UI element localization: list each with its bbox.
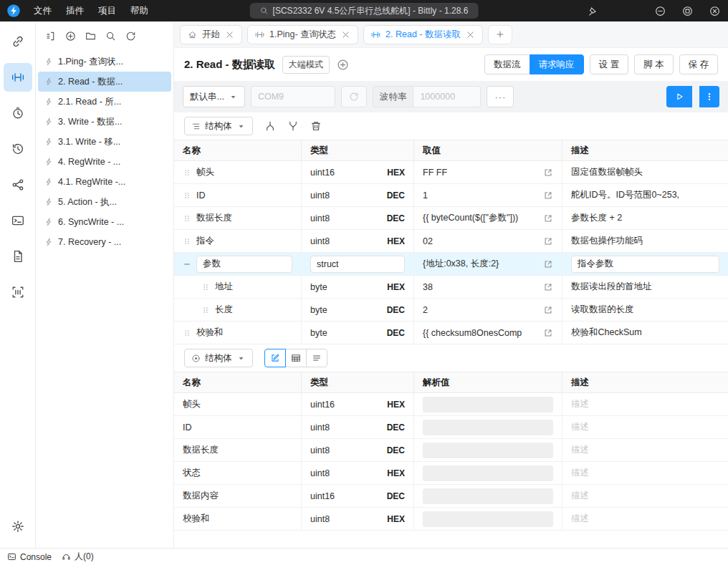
directive-item[interactable]: 3. Write - 数据... — [38, 112, 171, 132]
directive-item[interactable]: 2.1. Read - 所... — [38, 92, 171, 112]
action-button[interactable]: 脚 本 — [634, 54, 673, 74]
field-name[interactable]: 校验和 — [196, 327, 224, 339]
add-button[interactable] — [337, 59, 349, 71]
action-button[interactable]: 数据流 — [484, 54, 530, 74]
refresh-ports-button[interactable] — [341, 86, 367, 107]
fork-fields-button[interactable] — [264, 120, 276, 132]
field-name[interactable]: 地址 — [215, 281, 233, 293]
field-desc-cell[interactable]: 指令参数 — [562, 253, 728, 275]
field-format[interactable]: DEC — [387, 328, 405, 338]
request-field-row[interactable]: 参数struct{地址:0x38, 长度:2}指令参数 — [174, 253, 728, 276]
activity-item-link[interactable] — [4, 27, 32, 56]
field-name[interactable]: 数据长度 — [196, 212, 232, 224]
field-value-cell[interactable]: 1 — [414, 184, 562, 206]
tab[interactable]: 开始 — [180, 25, 242, 44]
activity-item-directive[interactable] — [4, 63, 32, 92]
field-desc-cell[interactable]: 读取数据的长度 — [562, 299, 728, 321]
request-field-row[interactable]: IDuint8DEC1舵机ID号。ID号范围0~253, — [174, 184, 728, 207]
directive-item[interactable]: 7. Recovery - ... — [38, 232, 171, 252]
edit-view-button[interactable] — [264, 349, 286, 367]
voice-room-status[interactable]: 人(0) — [62, 551, 94, 563]
field-desc-cell[interactable]: 参数长度 + 2 — [562, 207, 728, 229]
action-button[interactable]: 保 存 — [679, 54, 718, 74]
search-button[interactable] — [100, 26, 120, 45]
directive-item[interactable]: 1.Ping- 查询状... — [38, 52, 171, 72]
desc-placeholder-input[interactable]: 描述 — [571, 398, 589, 410]
request-field-row[interactable]: 长度byteDEC2读取数据的长度 — [174, 299, 728, 322]
tab[interactable]: 1.Ping- 查询状态 — [247, 25, 358, 44]
field-format[interactable]: DEC — [387, 213, 405, 223]
field-desc-cell[interactable]: 舵机ID号。ID号范围0~253, — [562, 184, 728, 206]
field-name[interactable]: 参数 — [196, 256, 292, 273]
desc-placeholder-input[interactable]: 描述 — [571, 467, 589, 479]
expand-editor-button[interactable] — [543, 259, 553, 269]
field-format[interactable]: DEC — [387, 190, 405, 201]
field-format[interactable]: HEX — [387, 168, 405, 178]
field-name[interactable]: ID — [196, 190, 206, 201]
field-desc-cell[interactable]: 固定值数据帧帧头 — [562, 161, 728, 183]
directive-item[interactable]: 6. SyncWrite - ... — [38, 212, 171, 232]
activity-item-history[interactable] — [4, 135, 32, 163]
field-type-cell[interactable]: byteDEC — [302, 299, 414, 321]
maximize-button[interactable] — [674, 0, 701, 21]
field-value-cell[interactable]: 02 — [414, 230, 562, 252]
desc-placeholder-input[interactable]: 描述 — [571, 421, 589, 433]
field-value-cell[interactable]: 38 — [414, 276, 562, 298]
tab-close-button[interactable] — [341, 30, 350, 39]
directive-item[interactable]: 5. Action - 执... — [38, 192, 171, 212]
field-name[interactable]: 帧头 — [196, 166, 214, 178]
expand-editor-button[interactable] — [543, 168, 553, 178]
activity-item-terminal[interactable] — [4, 206, 32, 235]
field-type-cell[interactable]: byteHEX — [302, 276, 414, 298]
field-type-cell[interactable]: uint8DEC — [302, 207, 414, 229]
menu-item[interactable]: 文件 — [27, 0, 59, 21]
merge-fields-button[interactable] — [287, 120, 299, 132]
desc-placeholder-input[interactable]: 描述 — [571, 513, 589, 525]
menu-item[interactable]: 插件 — [59, 0, 91, 21]
more-settings-button[interactable]: ··· — [487, 86, 514, 107]
table-view-button[interactable] — [285, 349, 307, 367]
field-format[interactable]: DEC — [387, 305, 405, 315]
action-button[interactable]: 请求响应 — [530, 54, 584, 74]
field-type-cell[interactable]: struct — [302, 253, 414, 275]
baud-rate-input[interactable] — [413, 86, 481, 107]
send-options-button[interactable] — [699, 86, 719, 107]
device-select[interactable]: 默认串... — [183, 86, 245, 107]
expand-editor-button[interactable] — [543, 236, 553, 246]
minimize-button[interactable] — [646, 0, 674, 21]
field-format[interactable]: HEX — [387, 236, 405, 246]
field-type-cell[interactable]: uint16HEX — [302, 161, 414, 183]
activity-item-scan[interactable] — [4, 278, 32, 306]
expand-editor-button[interactable] — [543, 282, 553, 292]
folder-button[interactable] — [80, 26, 100, 45]
console-toggle[interactable]: Console — [7, 552, 52, 562]
collapse-button[interactable] — [40, 26, 60, 45]
activity-item-document[interactable] — [4, 242, 32, 271]
menu-item[interactable]: 项目 — [91, 0, 123, 21]
request-field-row[interactable]: 指令uint8HEX02数据包操作功能码 — [174, 230, 728, 253]
list-view-button[interactable] — [306, 349, 327, 367]
request-field-row[interactable]: 数据长度uint8DEC{{ byteCount($(["参数"]))参数长度 … — [174, 207, 728, 230]
port-input[interactable] — [251, 86, 335, 107]
field-desc-cell[interactable]: 数据读出段的首地址 — [562, 276, 728, 298]
request-format-select[interactable]: 结构体 — [184, 117, 253, 135]
directive-item[interactable]: 4. RegWrite - ... — [38, 152, 171, 172]
tab[interactable]: 2. Read - 数据读取 — [363, 25, 483, 44]
close-button[interactable] — [701, 0, 728, 21]
request-field-row[interactable]: 地址byteHEX38数据读出段的首地址 — [174, 276, 728, 299]
expand-editor-button[interactable] — [543, 305, 553, 315]
directive-item[interactable]: 2. Read - 数据... — [38, 72, 171, 92]
field-value-cell[interactable]: {{ checksum8OnesComp — [414, 322, 562, 344]
desc-placeholder-input[interactable]: 描述 — [571, 490, 589, 502]
tab-close-button[interactable] — [225, 30, 234, 39]
action-button[interactable]: 设 置 — [590, 54, 628, 74]
request-field-row[interactable]: 校验和byteDEC{{ checksum8OnesComp校验和CheckSu… — [174, 322, 728, 344]
expand-editor-button[interactable] — [543, 213, 553, 223]
pin-window-button[interactable] — [579, 0, 606, 21]
field-desc-cell[interactable]: 数据包操作功能码 — [562, 230, 728, 252]
field-format[interactable]: HEX — [387, 282, 405, 292]
refresh-button[interactable] — [120, 26, 140, 45]
expand-editor-button[interactable] — [543, 328, 553, 338]
field-name[interactable]: 指令 — [196, 235, 214, 247]
collapse-toggle[interactable] — [183, 260, 191, 269]
